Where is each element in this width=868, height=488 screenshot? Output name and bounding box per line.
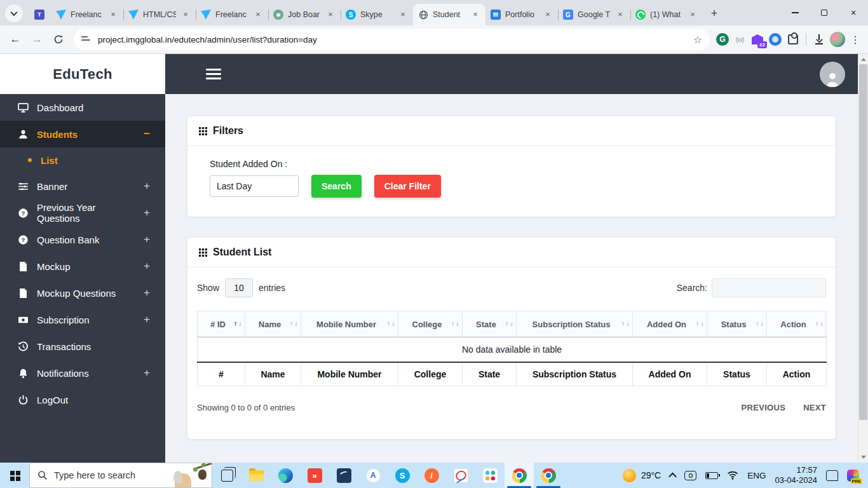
chrome-button-active[interactable] — [505, 463, 534, 488]
pinned-tab-teams[interactable]: T — [28, 4, 51, 25]
reload-button[interactable] — [50, 30, 67, 48]
sidebar-item-list[interactable]: List — [0, 147, 165, 173]
scrollbar-thumb[interactable] — [859, 64, 867, 420]
window-close-button[interactable]: × — [839, 0, 868, 25]
tab-close-icon[interactable]: × — [470, 10, 480, 20]
tab-google-translate[interactable]: G Google T × — [558, 4, 630, 25]
expand-plus-icon[interactable]: + — [144, 233, 150, 246]
expand-plus-icon[interactable]: + — [144, 367, 150, 379]
language-indicator[interactable]: ENG — [747, 471, 766, 480]
sidebar-item-notifications[interactable]: Notifications + — [0, 360, 165, 386]
tab-close-icon[interactable]: × — [325, 10, 336, 20]
hidden-icons-chevron[interactable] — [668, 472, 677, 480]
weather-widget[interactable]: 29°C — [623, 469, 661, 482]
column-header-college[interactable]: College↑↓ — [398, 311, 463, 337]
tab-close-icon[interactable]: × — [180, 10, 191, 20]
sidebar-item-mockup-questions[interactable]: Mockup Questions + — [0, 280, 165, 306]
blue-extension-icon[interactable] — [768, 32, 782, 46]
task-view-button[interactable] — [212, 463, 241, 488]
tab-student-active[interactable]: Student × — [413, 4, 485, 25]
tab-portfolio[interactable]: Portfolio × — [485, 4, 558, 25]
back-button[interactable]: ← — [6, 30, 24, 48]
column-header-mobile[interactable]: Mobile Number↑↓ — [301, 311, 398, 337]
modeling-tool-button[interactable]: A — [358, 463, 388, 488]
expand-plus-icon[interactable]: + — [144, 207, 150, 219]
downloads-icon[interactable] — [812, 32, 826, 46]
mysql-workbench-button[interactable] — [329, 463, 358, 488]
snipping-tool-button[interactable] — [446, 463, 475, 488]
column-header-id[interactable]: # ID↑↓ — [198, 311, 245, 337]
user-avatar[interactable] — [820, 62, 845, 87]
taskbar-search-input[interactable] — [54, 470, 166, 480]
hamburger-menu-icon[interactable] — [206, 66, 221, 82]
site-info-icon[interactable] — [81, 34, 92, 44]
previous-page-button[interactable]: PREVIOUS — [742, 403, 786, 412]
column-header-added-on[interactable]: Added On↑↓ — [633, 311, 707, 337]
tab-close-icon[interactable]: × — [615, 10, 625, 20]
tab-freelancer-1[interactable]: Freelanc × — [51, 4, 123, 25]
sidebar-item-students[interactable]: Students − — [0, 121, 165, 147]
column-header-action[interactable]: Action↑↓ — [767, 311, 827, 337]
tab-search-button[interactable] — [5, 4, 23, 22]
taskbar-search-box[interactable] — [29, 463, 212, 488]
chrome-button-2[interactable] — [534, 463, 563, 488]
page-length-select[interactable]: 10 — [225, 278, 253, 297]
clock[interactable]: 17:57 03-04-2024 — [775, 465, 818, 486]
grammarly-extension-icon[interactable]: G — [716, 33, 729, 46]
sidebar-item-dashboard[interactable]: Dashboard — [0, 94, 165, 121]
new-tab-button[interactable]: + — [705, 4, 723, 22]
student-added-on-select[interactable]: Last Day — [210, 175, 299, 197]
tab-whatsapp[interactable]: (1) What × — [630, 4, 703, 25]
table-search-input[interactable] — [712, 278, 826, 297]
search-button[interactable]: Search — [311, 175, 362, 198]
expand-plus-icon[interactable]: + — [144, 180, 150, 193]
window-minimize-button[interactable] — [780, 0, 810, 25]
page-scrollbar[interactable] — [858, 54, 868, 463]
screen-cast-icon[interactable] — [684, 471, 696, 480]
file-explorer-button[interactable] — [241, 463, 271, 488]
bookmark-star-icon[interactable]: ☆ — [693, 34, 702, 46]
expand-plus-icon[interactable]: + — [144, 260, 150, 273]
column-header-name[interactable]: Name↑↓ — [245, 311, 301, 337]
scrollbar-up-arrow[interactable] — [861, 58, 866, 61]
sidebar-item-transactions[interactable]: Transactions — [0, 333, 165, 360]
tab-close-icon[interactable]: × — [543, 10, 553, 20]
skype-button[interactable]: S — [388, 463, 417, 488]
tab-job-board[interactable]: ∗ Job Boar × — [268, 4, 341, 25]
tab-freelancer-2[interactable]: Freelanc × — [196, 4, 268, 25]
notification-center-icon[interactable] — [826, 470, 838, 481]
window-maximize-button[interactable] — [810, 0, 839, 25]
expand-plus-icon[interactable]: + — [144, 287, 150, 299]
wave-extension-icon[interactable]: (w) — [733, 32, 747, 46]
copilot-icon[interactable]: PRE — [847, 470, 859, 482]
next-page-button[interactable]: NEXT — [803, 403, 826, 412]
tab-close-icon[interactable]: × — [108, 10, 118, 20]
postman-button[interactable]: / — [417, 463, 446, 488]
start-button[interactable] — [0, 463, 29, 488]
expand-plus-icon[interactable]: + — [144, 313, 150, 326]
slack-button[interactable] — [475, 463, 505, 488]
sidebar-item-mockup[interactable]: Mockup + — [0, 253, 165, 280]
column-header-subscription[interactable]: Subscription Status↑↓ — [517, 311, 633, 337]
menu-kebab-icon[interactable]: ⋮ — [849, 34, 862, 46]
sidebar-item-banner[interactable]: Banner + — [0, 173, 165, 200]
sidebar-item-logout[interactable]: LogOut — [0, 386, 165, 413]
extensions-puzzle-icon[interactable] — [786, 32, 800, 46]
clear-filter-button[interactable]: Clear Filter — [374, 175, 441, 198]
sidebar-item-subscription[interactable]: Subscription + — [0, 306, 165, 333]
battery-icon[interactable] — [705, 472, 718, 479]
sidebar-item-question-bank[interactable]: ? Question Bank + — [0, 226, 165, 253]
address-bar[interactable]: project.imgglobal.in/edutech/admin/user/… — [74, 29, 710, 50]
tab-close-icon[interactable]: × — [688, 10, 698, 20]
wifi-icon[interactable] — [727, 471, 738, 480]
sidebar-item-previous-year-questions[interactable]: ? Previous Year Questions + — [0, 200, 165, 226]
forward-button[interactable]: → — [28, 30, 46, 48]
edge-button[interactable] — [271, 463, 300, 488]
scrollbar-down-arrow[interactable] — [861, 456, 866, 459]
tab-close-icon[interactable]: × — [398, 10, 408, 20]
tab-htmlcss[interactable]: HTML/CS × — [123, 4, 196, 25]
tab-skype[interactable]: S Skype × — [341, 4, 413, 25]
column-header-state[interactable]: State↑↓ — [463, 311, 517, 337]
purple-extension-icon[interactable]: 22 — [750, 32, 764, 46]
anydesk-button[interactable]: » — [300, 463, 329, 488]
